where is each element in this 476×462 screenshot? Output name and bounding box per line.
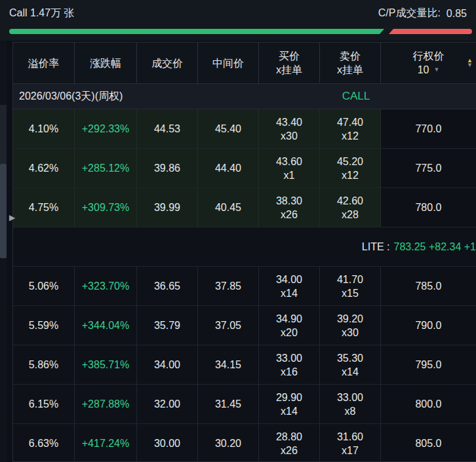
bid-cell[interactable]: 33.00 x16 <box>259 345 320 384</box>
header-change-pct[interactable]: 涨跌幅 <box>75 43 137 83</box>
ask-cell[interactable]: 47.40 x12 <box>320 109 381 148</box>
option-row[interactable]: 4.10% +292.33% 44.53 45.40 43.40 x30 47.… <box>13 109 476 149</box>
strike-price-cell: 770.0 <box>381 109 476 148</box>
strike-price-cell: 780.0 <box>381 188 476 227</box>
bid-cell[interactable]: 43.60 x1 <box>259 149 320 187</box>
expand-panel-arrow-icon[interactable]: ▶ <box>9 213 15 222</box>
premium-rate-cell: 4.62% <box>13 149 75 187</box>
rows-otm: 5.06% +323.70% 36.65 37.85 34.00 x14 41.… <box>13 267 476 462</box>
strike-price-cell: 785.0 <box>381 267 476 305</box>
option-row[interactable]: 6.63% +417.24% 30.00 30.20 28.80 x26 31.… <box>13 424 476 462</box>
change-pct-cell: +287.88% <box>75 385 137 423</box>
premium-rate-cell: 6.63% <box>13 424 75 462</box>
expiry-date-label: 2026/03/06(3天)(周权) <box>19 90 123 104</box>
ask-cell[interactable]: 39.20 x30 <box>320 306 381 345</box>
header-premium-rate[interactable]: 溢价率 <box>13 43 75 83</box>
cp-ratio-label: C/P成交量比: <box>378 7 441 20</box>
underlying-price-row: LITE : 783.25 +82.34 +1 <box>13 227 476 267</box>
scrollbar-thumb[interactable] <box>0 164 7 258</box>
option-row[interactable]: 5.86% +385.71% 34.00 34.15 33.00 x16 35.… <box>13 345 476 385</box>
change-pct-cell: +292.33% <box>75 109 137 148</box>
strike-count-dropdown[interactable]: 10 <box>418 63 429 77</box>
change-pct-cell: +323.70% <box>75 267 137 305</box>
bid-cell[interactable]: 38.30 x26 <box>259 188 320 227</box>
mid-price-cell: 44.40 <box>198 149 259 187</box>
left-scrollbar <box>0 41 7 462</box>
strike-price-cell: 790.0 <box>381 306 476 345</box>
cp-bar-put-segment <box>389 29 472 34</box>
strike-price-cell: 795.0 <box>381 345 476 384</box>
premium-rate-cell: 4.75% <box>13 188 75 227</box>
header-last-price[interactable]: 成交价 <box>137 43 198 83</box>
header-strike-price[interactable]: 行权价 10 ▼ ▲ ▼ <box>381 43 476 83</box>
mid-price-cell: 45.40 <box>198 109 259 148</box>
cp-ratio-value: 0.85 <box>446 8 467 20</box>
option-row[interactable]: 4.75% +309.73% 39.99 40.45 38.30 x26 42.… <box>13 188 476 227</box>
cp-bar-call-segment <box>9 29 384 34</box>
option-row[interactable]: 6.15% +287.88% 32.00 31.45 29.90 x14 33.… <box>13 385 476 424</box>
bid-cell[interactable]: 34.90 x20 <box>259 306 320 345</box>
last-price-cell: 35.79 <box>137 306 198 345</box>
premium-rate-cell: 5.06% <box>13 267 75 305</box>
mid-price-cell: 37.85 <box>198 267 259 305</box>
call-volume-label: Call 1.47万 张 <box>9 7 75 20</box>
option-row[interactable]: 5.59% +344.04% 35.79 37.05 34.90 x20 39.… <box>13 306 476 345</box>
last-price-cell: 39.86 <box>137 149 198 187</box>
underlying-symbol-label: LITE : <box>362 241 390 253</box>
premium-rate-cell: 5.59% <box>13 306 75 345</box>
call-side-label: CALL <box>330 90 382 103</box>
scrollbar-track-segment <box>0 105 7 164</box>
ask-cell[interactable]: 33.00 x8 <box>320 385 381 423</box>
last-price-cell: 44.53 <box>137 109 198 148</box>
underlying-price-value: 783.25 +82.34 +1 <box>394 241 476 253</box>
last-price-cell: 32.00 <box>137 385 198 423</box>
expiry-group-row[interactable]: 2026/03/06(3天)(周权) CALL <box>13 84 476 109</box>
mid-price-cell: 34.15 <box>198 345 259 384</box>
header-mid-price[interactable]: 中间价 <box>198 43 259 83</box>
ask-cell[interactable]: 45.20 x12 <box>320 149 381 187</box>
mid-price-cell: 40.45 <box>198 188 259 227</box>
last-price-cell: 34.00 <box>137 345 198 384</box>
premium-rate-cell: 4.10% <box>13 109 75 148</box>
premium-rate-cell: 5.86% <box>13 345 75 384</box>
table-header-row: 溢价率 涨跌幅 成交价 中间价 买价 x挂单 卖价 x挂单 行权价 10 ▼ ▲… <box>13 43 476 84</box>
strike-price-cell: 805.0 <box>381 424 476 462</box>
bid-cell[interactable]: 29.90 x14 <box>259 385 320 423</box>
last-price-cell: 30.00 <box>137 424 198 462</box>
header-ask-orders[interactable]: 卖价 x挂单 <box>320 43 381 83</box>
change-pct-cell: +385.71% <box>75 345 137 384</box>
change-pct-cell: +309.73% <box>75 188 137 227</box>
cp-volume-ratio-bar <box>0 29 476 34</box>
ask-cell[interactable]: 41.70 x15 <box>320 267 381 305</box>
mid-price-cell: 37.05 <box>198 306 259 345</box>
sort-icon[interactable]: ▲ ▼ <box>467 58 473 67</box>
last-price-cell: 36.65 <box>137 267 198 305</box>
ask-cell[interactable]: 31.60 x17 <box>320 424 381 462</box>
header-bid-orders[interactable]: 买价 x挂单 <box>259 43 320 83</box>
bid-cell[interactable]: 34.00 x14 <box>259 267 320 305</box>
option-row[interactable]: 4.62% +285.12% 39.86 44.40 43.60 x1 45.2… <box>13 149 476 188</box>
bid-cell[interactable]: 28.80 x26 <box>259 424 320 462</box>
option-row[interactable]: 5.06% +323.70% 36.65 37.85 34.00 x14 41.… <box>13 267 476 306</box>
strike-price-cell: 775.0 <box>381 149 476 187</box>
option-chain-table: 溢价率 涨跌幅 成交价 中间价 买价 x挂单 卖价 x挂单 行权价 10 ▼ ▲… <box>12 42 476 462</box>
strike-price-cell: 800.0 <box>381 385 476 423</box>
ask-cell[interactable]: 35.30 x14 <box>320 345 381 384</box>
mid-price-cell: 31.45 <box>198 385 259 423</box>
mid-price-cell: 30.20 <box>198 424 259 462</box>
change-pct-cell: +285.12% <box>75 149 137 187</box>
bid-cell[interactable]: 43.40 x30 <box>259 109 320 148</box>
sort-desc-icon: ▼ <box>467 63 473 67</box>
change-pct-cell: +417.24% <box>75 424 137 462</box>
ask-cell[interactable]: 42.60 x28 <box>320 188 381 227</box>
rows-itm: 4.10% +292.33% 44.53 45.40 43.40 x30 47.… <box>13 109 476 227</box>
call-put-summary-bar: Call 1.47万 张 C/P成交量比: 0.85 <box>0 0 476 41</box>
premium-rate-cell: 6.15% <box>13 385 75 423</box>
last-price-cell: 39.99 <box>137 188 198 227</box>
change-pct-cell: +344.04% <box>75 306 137 345</box>
chevron-down-icon[interactable]: ▼ <box>433 63 439 77</box>
